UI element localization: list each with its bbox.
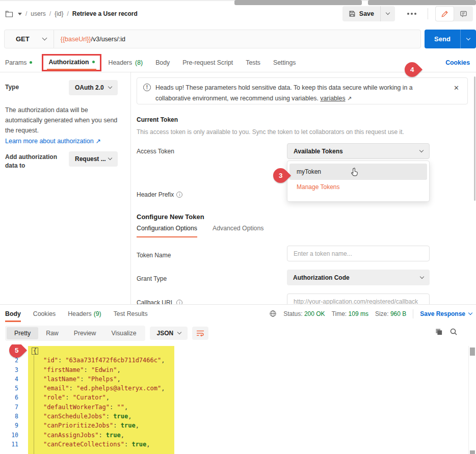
response-tab-body[interactable]: Body [5, 305, 21, 323]
line-number[interactable]: 11 [0, 440, 22, 449]
scrollbar-thumb[interactable] [470, 348, 475, 356]
postman-window: / users / {id} / Retrieve a User record … [0, 0, 476, 454]
line-number[interactable]: 10 [0, 431, 22, 440]
scrollbar-thumb-bottom[interactable] [470, 450, 475, 454]
cookies-link[interactable]: Cookies [445, 59, 476, 66]
view-mode-group: Pretty Raw Preview Visualize [5, 326, 145, 341]
dot-icon [407, 13, 409, 15]
comment-button[interactable] [454, 6, 473, 21]
copy-icon[interactable] [435, 328, 442, 335]
response-tabs: Body Cookies Headers(9) Test Results Sta… [0, 305, 476, 323]
tab-advanced-options[interactable]: Advanced Options [213, 225, 264, 237]
more-options-button[interactable] [404, 10, 419, 18]
breadcrumb-separator: / [49, 10, 51, 17]
add-auth-data-value: Request ... [75, 155, 106, 163]
panel-scrollbar[interactable] [474, 76, 475, 201]
learn-more-link[interactable]: Learn more about authorization ↗ [5, 137, 101, 145]
meta-divider [413, 309, 413, 318]
collection-folder-icon[interactable] [5, 10, 13, 17]
auth-sidebar: Type OAuth 2.0 The authorization data wi… [0, 72, 131, 304]
line-number[interactable]: 4 [0, 375, 22, 384]
response-tab-test-results[interactable]: Test Results [114, 305, 148, 323]
breadcrumb: / users / {id} / Retrieve a User record [5, 10, 138, 17]
tab-configuration-options[interactable]: Configuration Options [137, 225, 197, 237]
code-lines: 1{2"id": "63aa731f472f6cb711d7466c",3"fi… [0, 344, 468, 449]
method-value: GET [16, 35, 30, 43]
send-button[interactable]: Send [425, 30, 461, 48]
code-text: "firstName": "Edwin", [28, 365, 121, 375]
save-options-button[interactable] [381, 6, 395, 21]
collection-caret-icon[interactable] [18, 13, 22, 15]
grant-type-value: Authorization Code [293, 274, 350, 281]
view-preview-button[interactable]: Preview [66, 327, 104, 339]
add-auth-data-select[interactable]: Request ... [69, 151, 118, 167]
save-button-label: Save [359, 10, 374, 17]
code-text: "defaultWorkerTag": "", [28, 403, 128, 412]
breadcrumb-separator: / [67, 10, 68, 17]
chevron-down-icon [466, 36, 470, 40]
tab-tests[interactable]: Tests [246, 59, 260, 66]
wrap-lines-button[interactable] [192, 327, 208, 340]
header-divider [428, 8, 428, 19]
network-globe-icon[interactable] [269, 310, 277, 317]
headers-count: (8) [135, 59, 143, 66]
line-number[interactable]: 3 [0, 365, 22, 375]
response-tab-headers[interactable]: Headers(9) [68, 305, 101, 323]
method-selector[interactable]: GET [5, 30, 54, 48]
code-text: "canScheduleJobs": true, [28, 412, 131, 421]
chevron-down-icon [42, 36, 47, 41]
tab-body[interactable]: Body [155, 59, 170, 66]
response-headers-count: (9) [94, 310, 101, 317]
tab-prerequest-script[interactable]: Pre-request Script [182, 59, 233, 66]
line-number[interactable]: 7 [0, 403, 22, 412]
fold-marker[interactable]: { [32, 348, 38, 355]
tab-settings[interactable]: Settings [273, 59, 296, 66]
access-token-select[interactable]: Available Tokens [287, 143, 430, 159]
callback-url-label: Callback URL i [137, 299, 182, 304]
view-pretty-button[interactable]: Pretty [7, 327, 38, 339]
view-raw-button[interactable]: Raw [38, 327, 66, 339]
search-icon[interactable] [449, 328, 458, 336]
tab-params[interactable]: Params [5, 59, 32, 66]
token-name-input[interactable] [287, 246, 430, 261]
callback-url-input[interactable] [287, 293, 430, 304]
menu-item-mytoken[interactable]: myToken [289, 164, 427, 180]
view-visualize-button[interactable]: Visualize [103, 327, 144, 339]
time-badge: Time: 109 ms [332, 310, 368, 317]
request-url-row: GET {{baseUrl}}/v3/users/:id Send 4 [0, 30, 476, 49]
code-line: 2"id": "63aa731f472f6cb711d7466c", [0, 356, 468, 365]
close-banner-icon[interactable]: ✕ [454, 84, 459, 92]
edit-mode-button[interactable] [435, 6, 454, 21]
tab-headers[interactable]: Headers(8) [109, 59, 143, 66]
url-field: GET {{baseUrl}}/v3/users/:id [4, 30, 421, 48]
breadcrumb-item-id[interactable]: {id} [55, 10, 63, 17]
code-text: "email": "ed.phelps@alteryx.com", [28, 384, 165, 393]
save-response-button[interactable]: Save Response [420, 310, 472, 317]
breadcrumb-item-users[interactable]: users [31, 10, 45, 17]
url-variable: {{baseUrl}} [61, 36, 91, 43]
variables-link[interactable]: variables [320, 95, 345, 102]
response-tab-cookies[interactable]: Cookies [33, 305, 56, 323]
info-icon[interactable]: i [176, 192, 182, 198]
response-scrollbar[interactable] [468, 346, 476, 454]
url-input[interactable]: {{baseUrl}}/v3/users/:id [54, 36, 125, 43]
line-number[interactable]: 5 [0, 384, 22, 393]
format-select[interactable]: JSON [150, 327, 188, 340]
manage-tokens-link[interactable]: Manage Tokens [287, 183, 429, 191]
tab-authorization[interactable]: Authorization [42, 54, 101, 71]
save-button[interactable]: Save [342, 6, 381, 21]
line-number[interactable]: 6 [0, 393, 22, 402]
chevron-down-icon [108, 85, 112, 89]
chevron-down-icon [420, 274, 424, 278]
line-number[interactable]: 9 [0, 421, 22, 430]
code-line: 8"canScheduleJobs": true, [0, 412, 468, 421]
send-options-button[interactable] [461, 30, 476, 48]
auth-type-select[interactable]: OAuth 2.0 [69, 80, 118, 95]
grant-type-select[interactable]: Authorization Code [287, 270, 430, 285]
chevron-down-icon [419, 148, 424, 152]
response-pane: Body Cookies Headers(9) Test Results Sta… [0, 304, 476, 454]
line-number[interactable]: 8 [0, 412, 22, 421]
code-text: "canAssignJobs": true, [28, 431, 124, 440]
info-icon[interactable]: i [176, 300, 182, 304]
code-line: 3"firstName": "Edwin", [0, 365, 468, 375]
